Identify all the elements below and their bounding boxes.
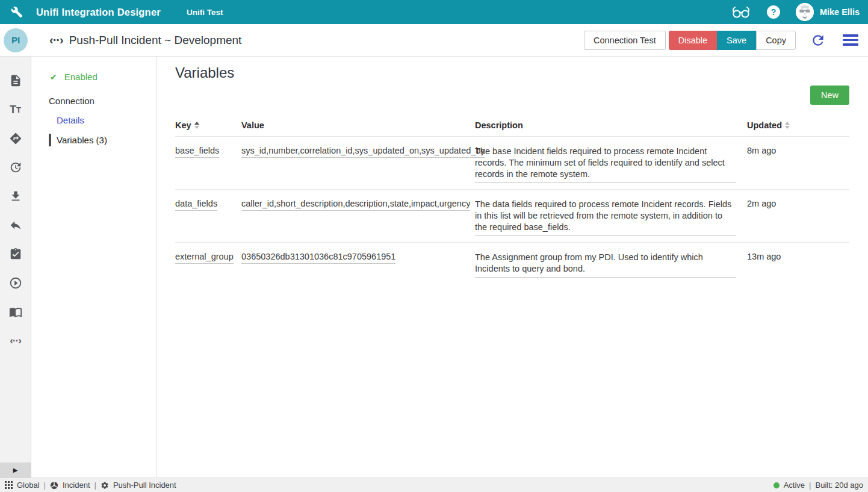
disable-button[interactable]: Disable [669,31,717,50]
help-icon[interactable]: ? [767,5,780,19]
integration-header: PI ‹··› Push-Pull Incident ~ Development… [0,24,868,57]
built-label: Built: 20d ago [815,481,863,490]
top-bar: Unifi Integration Designer Unifi Test ? … [0,0,868,24]
play-circle-icon[interactable] [8,276,23,290]
updated-value: 8m ago [747,146,849,183]
menu-button[interactable] [842,31,860,49]
table-header-row: Key Value Description Updated [175,114,849,137]
nav-item-details[interactable]: Details [31,115,156,125]
table-row: data_fields caller_id,short_description,… [175,190,849,243]
refresh-button[interactable] [809,31,827,49]
active-indicator-bar [49,134,51,146]
column-header-value: Value [241,120,475,130]
sort-icon-updated[interactable] [785,122,790,129]
nav-item-variables[interactable]: Variables (3) [49,134,156,146]
workspace-label[interactable]: Unifi Test [187,8,223,17]
text-format-icon[interactable]: TT [8,102,23,117]
application-label[interactable]: Incident [63,481,90,490]
status-bar: Global | Incident | Push-Pull Incident A… [0,478,868,492]
description-field[interactable]: The Assignment group from my PDI. Used t… [475,252,736,278]
variables-table: Key Value Description Updated base_field… [175,114,849,284]
value-field[interactable]: sys_id,number,correlation_id,sys_updated… [241,146,485,158]
status-left: Global | Incident | Push-Pull Incident [5,481,176,490]
action-button-group: Disable Save Copy [669,31,796,50]
refresh-icon [810,33,826,48]
active-status-dot [773,482,780,488]
gear-icon [101,481,109,490]
section-heading: Variables [175,64,849,81]
documentation-icon[interactable] [8,305,23,319]
active-status-label: Active [784,481,805,490]
code-icon[interactable]: ‹··› [8,334,23,348]
enabled-status[interactable]: ✔ Enabled [31,72,156,82]
sort-icon-key[interactable] [194,122,199,129]
icon-sidebar: TT ‹··› ▶ [0,57,31,478]
history-icon[interactable] [8,160,23,175]
check-icon: ✔ [50,72,57,82]
incident-app-icon [50,481,58,490]
nav-section-connection: Connection [31,96,156,106]
status-right: Active | Built: 20d ago [773,481,863,490]
table-toolbar: New [175,86,849,105]
save-button[interactable]: Save [717,31,756,50]
body: TT ‹··› ▶ ✔ Enabled Connection De [0,57,868,478]
description-field[interactable]: The base Incident fields required to pro… [475,146,736,183]
new-variable-button[interactable]: New [810,86,849,105]
glasses-icon[interactable] [731,4,751,20]
nav-panel: ✔ Enabled Connection Details Variables (… [31,57,157,478]
page-title: ‹··› Push-Pull Incident ~ Development [49,33,241,47]
table-row: base_fields sys_id,number,correlation_id… [175,137,849,190]
column-header-description: Description [475,120,747,130]
document-icon[interactable] [8,73,23,88]
expand-sidebar-button[interactable]: ▶ [0,462,31,478]
integration-avatar: PI [4,28,28,52]
integration-code-icon: ‹··› [49,33,63,47]
hamburger-icon [843,34,858,37]
page-title-text: Push-Pull Incident ~ Development [69,34,242,47]
key-field[interactable]: base_fields [175,146,219,158]
user-avatar [796,3,814,21]
tasks-icon[interactable] [8,247,23,261]
column-header-updated[interactable]: Updated [747,120,849,130]
table-row: external_group 03650326db31301036c81c970… [175,243,849,284]
download-icon[interactable] [8,189,23,204]
value-field[interactable]: caller_id,short_description,description,… [241,199,470,211]
updated-value: 13m ago [747,252,849,278]
enabled-label: Enabled [64,72,98,82]
grid-icon [5,481,13,489]
app-title: Unifi Integration Designer [36,7,161,18]
user-name: Mike Ellis [820,7,860,17]
wrench-icon [11,6,23,18]
connection-test-button[interactable]: Connection Test [584,31,666,50]
value-field[interactable]: 03650326db31301036c81c9705961951 [241,252,395,264]
key-field[interactable]: data_fields [175,199,217,211]
scope-label[interactable]: Global [17,481,40,490]
copy-button[interactable]: Copy [756,31,796,50]
main-content: Variables New Key Value Description Upda… [157,57,868,478]
updated-value: 2m ago [747,199,849,236]
user-menu[interactable]: Mike Ellis [796,3,860,21]
key-field[interactable]: external_group [175,252,234,264]
directions-icon[interactable] [8,131,23,146]
column-header-key[interactable]: Key [175,120,241,130]
integration-label[interactable]: Push-Pull Incident [113,481,176,490]
variables-label: Variables (3) [57,135,107,145]
undo-icon[interactable] [8,218,23,232]
description-field[interactable]: The data fields required to process remo… [475,199,736,236]
